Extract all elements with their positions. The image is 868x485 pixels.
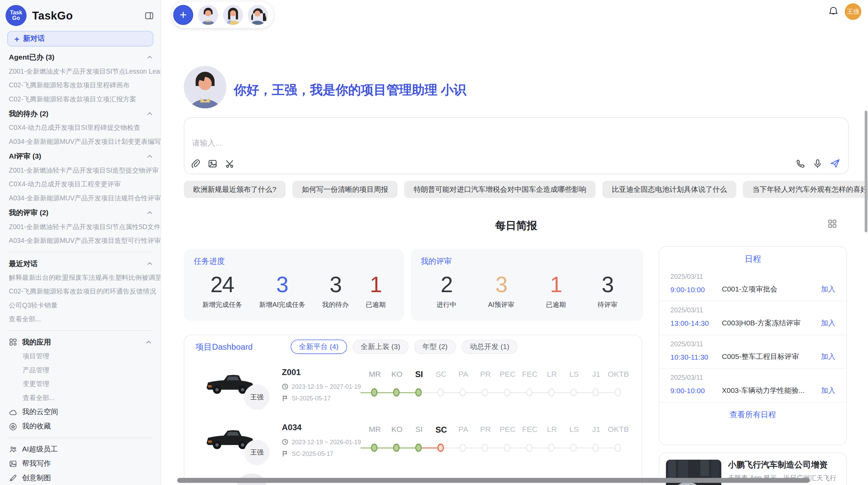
sidebar-app-item[interactable]: 查看全部... (0, 391, 160, 405)
stat-row: 2进行中3AI预评审1已逾期3待评审 (421, 272, 633, 310)
phone-icon[interactable] (795, 159, 805, 169)
project-row[interactable]: 王强Z0012023-12-19 ~ 2027-01-19SI-2025-05-… (184, 361, 642, 416)
dashboard-tab[interactable]: 全新上装 (3) (352, 339, 409, 354)
sidebar-section-header[interactable]: 最近对话 (0, 256, 160, 271)
sidebar-item-ai-tool[interactable]: 创意制图 (0, 471, 160, 485)
sidebar-section-label: Agent已办 (3) (9, 52, 55, 62)
sidebar-item-star[interactable]: 我的收藏 (0, 419, 160, 434)
stat-label: 待评审 (598, 300, 617, 310)
join-meeting-link[interactable]: 加入 (821, 386, 835, 396)
project-dashboard-card: 项目Dashboard 全新平台 (4)全新上装 (3)年型 (2)动总开发 (… (184, 335, 642, 485)
project-row[interactable]: 王强A0342023-12-19 ~ 2026-01-19SC-2025-05-… (184, 416, 642, 471)
sidebar-item[interactable]: C02-飞腾新能源轻客改款项目的闭环通告反馈情况 (0, 285, 160, 299)
chevron-up-icon[interactable] (147, 261, 153, 267)
agent-avatar-2[interactable] (223, 5, 243, 25)
chevron-up-icon[interactable] (147, 210, 153, 216)
milestone-label: LR (541, 370, 563, 378)
vertical-scrollbar-thumb[interactable] (865, 111, 867, 232)
suggestion-chip[interactable]: 比亚迪全固态电池计划具体说了什么 (602, 181, 736, 198)
agent-avatar-3[interactable] (248, 5, 268, 25)
chat-input[interactable] (191, 138, 691, 148)
my-review-card: 我的评审2进行中3AI预评审1已逾期3待评审 (411, 249, 643, 321)
event-time: 13:00-14:30 (671, 319, 722, 327)
new-chat-button[interactable]: + 新对话 (7, 31, 153, 46)
news-title: 小鹏飞行汽车制造公司增资 (728, 460, 841, 470)
sidebar-groups: Agent已办 (3)Z001-全新燃油皮卡产品开发项目SI节点Lesson L… (0, 50, 160, 331)
image-upload-icon[interactable] (208, 159, 218, 169)
image-icon (9, 459, 17, 468)
stat-item: 3我的待办 (322, 272, 349, 310)
stat-label: 已逾期 (366, 300, 386, 310)
suggestion-chip[interactable]: 如何写一份清晰的项目周报 (292, 181, 398, 198)
sidebar-item-ai-tool[interactable]: 帮我写作 (0, 456, 160, 471)
stat-item: 3待评审 (598, 272, 617, 310)
sidebar-section-header[interactable]: 我的评审 (2) (0, 205, 160, 220)
join-meeting-link[interactable]: 加入 (821, 318, 835, 328)
sidebar-app-item[interactable]: 产品管理 (0, 363, 160, 377)
user-avatar[interactable]: 王强 (845, 3, 861, 20)
attachment-icon[interactable] (190, 159, 200, 169)
sidebar-section-header[interactable]: Agent已办 (3) (0, 50, 160, 65)
suggestion-chip[interactable]: 当下年轻人对汽车外观有怎样的喜好趋势 (743, 181, 868, 198)
event-row: 13:00-14:30C003|H0B-方案冻结评审加入 (671, 318, 835, 328)
add-agent-button[interactable]: + (173, 5, 193, 25)
sidebar-section-header[interactable]: 我的待办 (2) (0, 106, 160, 121)
sidebar-section-label: 我的评审 (2) (9, 208, 48, 217)
timeline-progress-done (360, 392, 419, 393)
chevron-up-icon[interactable] (146, 339, 152, 345)
project-timeline: MRKOSISCPAPRPECFECLRLSJ1OKTB (364, 361, 629, 416)
sidebar-section-label: 最近对话 (9, 259, 38, 269)
sidebar-item[interactable]: A034-全新新能源MUV产品开发项目计划变更表编写 (0, 135, 160, 149)
agent-avatar-1[interactable] (198, 5, 218, 25)
join-meeting-link[interactable]: 加入 (821, 352, 835, 362)
sidebar-item[interactable]: A034-全新新能源MUV产品开发项目造型可行性评审 (0, 234, 160, 248)
sidebar-app-item[interactable]: 变更管理 (0, 377, 160, 391)
view-all-schedule-link[interactable]: 查看所有日程 (659, 403, 846, 427)
milestone-label: J1 (585, 370, 607, 378)
event-date: 2025/03/11 (671, 307, 835, 314)
project-date-range: 2023-12-19 ~ 2026-01-19 (292, 439, 361, 445)
suggestion-chips: 欧洲新规最近颁布了什么?如何写一份清晰的项目周报特朗普可能对进口汽车增税会对中国… (184, 181, 868, 198)
sidebar-item[interactable]: C0X4-动力总成开发项目工程变更评审 (0, 177, 160, 191)
suggestion-chip[interactable]: 特朗普可能对进口汽车增税会对中国车企造成哪些影响 (404, 181, 596, 198)
dashboard-tab[interactable]: 动总开发 (1) (461, 339, 518, 354)
sidebar-item[interactable]: Z001-全新燃油皮卡产品开发项目SI节点Lesson Learn报告 (0, 65, 160, 78)
milestone-dot (570, 388, 577, 397)
sidebar-item[interactable]: C02-飞腾新能源轻客改款项目里程碑画布 (0, 78, 160, 92)
sidebar-app-item[interactable]: 项目管理 (0, 350, 160, 363)
sidebar-item[interactable]: C02-飞腾新能源轻客改款项目立项汇报方案 (0, 92, 160, 106)
scissors-icon[interactable] (225, 159, 235, 169)
sidebar-item[interactable]: C0X4-动力总成开发项目SI里程碑提交物检查 (0, 121, 160, 135)
schedule-event: 2025/03/119:00-10:00C001-立项审批会加入 (659, 268, 846, 302)
sidebar-item[interactable]: 公司Q3轻卡销量 (0, 299, 160, 312)
horizontal-scrollbar-thumb[interactable] (177, 478, 810, 483)
project-code: Z001 (282, 367, 301, 376)
chevron-up-icon[interactable] (147, 111, 153, 117)
milestone-dot (592, 444, 599, 452)
dashboard-tab[interactable]: 全新平台 (4) (291, 339, 347, 354)
app-root: Task Go TaskGo + 新对话 Agent已办 (3)Z001-全新燃… (0, 0, 868, 485)
sidebar-collapse-icon[interactable] (144, 11, 154, 20)
microphone-icon[interactable] (813, 159, 823, 169)
layout-grid-icon[interactable] (828, 219, 837, 228)
sidebar-item[interactable]: 解释最新出台的欧盟报废车法规再生塑料比例被调至15%... (0, 271, 160, 285)
sidebar-bottom: 我的应用项目管理产品管理变更管理查看全部...我的云空间我的收藏AI超级员工帮我… (0, 335, 160, 485)
dashboard-tab[interactable]: 年型 (2) (414, 339, 456, 354)
sidebar-item-ai-tool[interactable]: AI超级员工 (0, 442, 160, 456)
star-icon (9, 422, 17, 431)
sidebar-item[interactable]: Z001-全新燃油轻卡产品开发项目SI节点属性5D文件评审 (0, 220, 160, 234)
sidebar-item-cloud[interactable]: 我的云空间 (0, 405, 160, 419)
suggestion-chip[interactable]: 欧洲新规最近颁布了什么? (184, 181, 286, 198)
sidebar-item-my-apps[interactable]: 我的应用 (0, 335, 160, 350)
project-date-range: 2023-12-19 ~ 2027-01-19 (292, 383, 361, 390)
sidebar-section-header[interactable]: AI评审 (3) (0, 149, 160, 164)
send-icon[interactable] (830, 158, 841, 169)
sidebar-item[interactable]: A034-全新新能源MUV产品开发项目法规符合性评审 (0, 191, 160, 205)
join-meeting-link[interactable]: 加入 (821, 284, 835, 294)
sidebar-item[interactable]: Z001-全新燃油轻卡产品开发项目SI造型提交物评审 (0, 164, 160, 177)
notification-bell-icon[interactable] (828, 6, 839, 17)
sidebar-item[interactable]: 查看全部... (0, 312, 160, 326)
project-dates: 2023-12-19 ~ 2026-01-19 (282, 439, 361, 445)
chevron-up-icon[interactable] (147, 153, 153, 159)
chevron-up-icon[interactable] (147, 54, 153, 60)
